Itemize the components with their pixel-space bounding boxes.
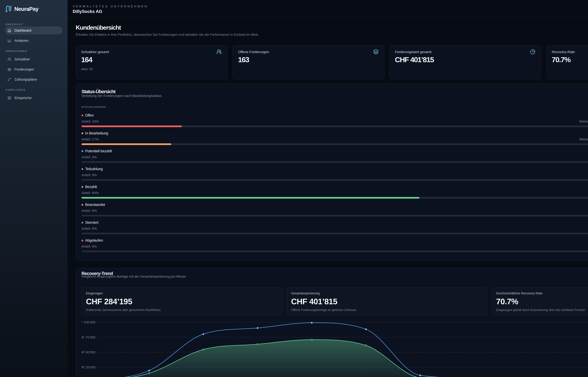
svg-text:CHF 75’000: CHF 75’000 (82, 336, 95, 339)
svg-text:CHF 50’000: CHF 50’000 (82, 351, 95, 354)
svg-text:CHF 25’000: CHF 25’000 (82, 365, 95, 369)
svg-text:CHF 100’000: CHF 100’000 (82, 320, 95, 324)
